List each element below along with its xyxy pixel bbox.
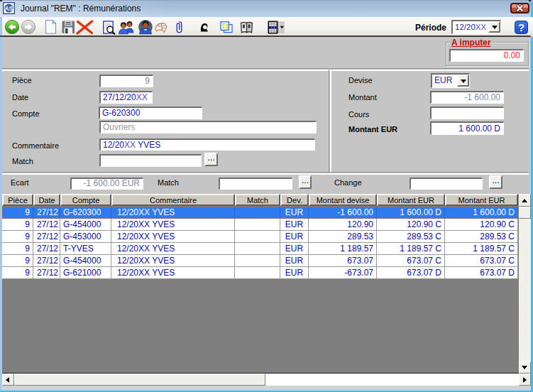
svg-text:AS: AS	[5, 5, 13, 12]
